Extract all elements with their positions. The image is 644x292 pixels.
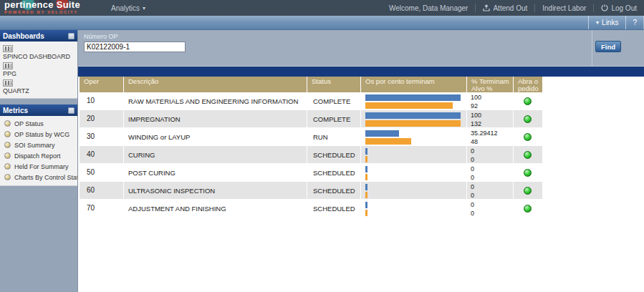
dashboard-item-label: QUARTZ — [3, 87, 75, 94]
target-percent-bar — [365, 210, 367, 216]
column-header: Abra opedido — [514, 77, 541, 92]
open-order-indicator[interactable] — [524, 205, 532, 213]
dashboard-item-label: SPINCO DASHBOARD — [3, 53, 75, 60]
column-header: Descrição — [124, 77, 307, 92]
log-out-icon — [601, 4, 608, 11]
chevron-down-icon: ▾ — [143, 5, 145, 11]
attend-out-icon — [483, 4, 490, 11]
oper-cell: 10 — [80, 92, 124, 110]
collapse-icon[interactable] — [68, 33, 75, 39]
target-value: 48 — [471, 137, 513, 146]
metrics-list: OP StatusOP Status by WCGSOI SummaryDisp… — [0, 116, 77, 186]
table-row[interactable]: 10RAW MATERIALS AND ENGINEERING INFORMAT… — [80, 92, 542, 110]
column-header: Os por cento terminam — [361, 77, 467, 92]
column-header: % TerminamAlvo % — [467, 77, 514, 92]
sidebar-item-dashboard[interactable]: PPG — [0, 61, 77, 78]
sidebar-item-metric[interactable]: Charts By Control Station — [0, 172, 77, 182]
sidebar-item-dashboard[interactable]: QUARTZ — [0, 78, 77, 95]
target-value: 0 — [471, 173, 513, 182]
bar-chart-icon — [3, 45, 13, 52]
operations-table: OperDescriçãoStatusOs por cento terminam… — [80, 77, 542, 218]
progress-bars-cell — [361, 200, 467, 217]
table-row[interactable]: 60ULTRASONIC INSPECTIONSCHEDULED00 — [80, 182, 542, 200]
sidebar-item-metric[interactable]: Dispatch Report — [0, 150, 77, 161]
sidebar-item-metric[interactable]: OP Status by WCG — [0, 129, 77, 140]
status-cell: SCHEDULED — [307, 164, 361, 181]
open-order-indicator[interactable] — [524, 151, 532, 159]
metric-item-label: Held For Summary — [14, 163, 69, 170]
column-header-line: Oper — [84, 78, 123, 85]
open-order-cell — [514, 182, 541, 199]
table-row[interactable]: 20IMPREGNATIONCOMPLETE100132 — [80, 110, 542, 128]
description-cell: CURING — [124, 146, 307, 163]
progress-bars-cell — [361, 164, 467, 181]
search-band: Número OP Find — [78, 30, 644, 67]
bar-chart-icon — [3, 79, 13, 87]
open-order-cell — [514, 128, 541, 145]
menu-analytics[interactable]: Analytics ▾ — [111, 0, 145, 16]
open-order-indicator[interactable] — [524, 187, 532, 195]
log-out-link[interactable]: Log Out — [601, 4, 637, 12]
values-cell: 35.2941248 — [467, 128, 514, 145]
divider — [593, 4, 594, 12]
oper-cell: 20 — [80, 110, 124, 127]
values-cell: 00 — [467, 164, 514, 181]
panel-gap — [0, 99, 77, 104]
open-order-cell — [514, 146, 541, 163]
target-value: 132 — [471, 120, 513, 128]
percent-complete-value: 0 — [471, 200, 513, 209]
collapse-icon[interactable] — [68, 107, 75, 114]
column-header: Status — [307, 77, 361, 92]
dashboards-list: SPINCO DASHBOARDPPGQUARTZ — [0, 42, 77, 99]
target-value: 0 — [471, 209, 513, 218]
target-percent-bar — [365, 138, 411, 145]
open-order-indicator[interactable] — [524, 97, 532, 105]
percent-complete-value: 0 — [471, 165, 513, 173]
attend-out-link[interactable]: Attend Out — [483, 4, 527, 12]
find-button[interactable]: Find — [595, 41, 621, 52]
progress-bars-cell — [361, 92, 467, 110]
logo-title: pertinence Suite — [4, 0, 97, 10]
metrics-panel-header[interactable]: Metrics — [0, 104, 77, 116]
menu-analytics-label: Analytics — [111, 4, 140, 12]
indirect-labor-link[interactable]: Indirect Labor — [542, 4, 586, 12]
status-cell: COMPLETE — [307, 92, 361, 110]
logo[interactable]: pertinence Suite POWERED BY VELOCITY — [4, 0, 97, 16]
links-button[interactable]: ▾ Links — [588, 16, 625, 29]
values-cell: 100132 — [467, 110, 514, 127]
table-row[interactable]: 50POST CURINGSCHEDULED00 — [80, 164, 542, 182]
metrics-panel: Metrics OP StatusOP Status by WCGSOI Sum… — [0, 104, 77, 186]
numero-op-input[interactable] — [84, 42, 186, 52]
help-button[interactable]: ? — [625, 16, 644, 29]
oper-cell: 50 — [80, 164, 124, 181]
sidebar-item-metric[interactable]: Held For Summary — [0, 161, 77, 172]
divider — [475, 4, 476, 12]
open-order-indicator[interactable] — [524, 133, 532, 141]
open-order-cell — [514, 164, 541, 181]
status-cell: COMPLETE — [307, 110, 361, 127]
column-header-line: Os por cento terminam — [365, 78, 466, 85]
open-order-cell — [514, 200, 541, 217]
values-cell: 10092 — [467, 92, 514, 110]
links-bar: ▾ Links ? — [0, 16, 644, 30]
target-value: 0 — [471, 155, 513, 164]
dashboards-panel-header[interactable]: Dashboards — [0, 30, 77, 42]
table-row[interactable]: 40CURINGSCHEDULED00 — [80, 146, 542, 164]
open-order-indicator[interactable] — [524, 115, 532, 123]
table-row[interactable]: 70ADJUSTMENT AND FINISHINGSCHEDULED00 — [80, 200, 542, 218]
sidebar-item-metric[interactable]: OP Status — [0, 118, 77, 129]
progress-bars-cell — [361, 110, 467, 127]
status-cell: SCHEDULED — [307, 200, 361, 217]
percent-complete-bar — [365, 130, 399, 137]
values-cell: 00 — [467, 182, 514, 199]
column-header-line: pedido — [518, 85, 541, 92]
metrics-panel-title: Metrics — [3, 107, 28, 115]
sidebar-item-dashboard[interactable]: SPINCO DASHBOARD — [0, 44, 77, 61]
table-row[interactable]: 30WINDING or LAYUPRUN35.2941248 — [80, 128, 542, 146]
open-order-indicator[interactable] — [524, 169, 532, 177]
percent-complete-bar — [365, 166, 367, 172]
divider — [592, 30, 592, 67]
sidebar-item-metric[interactable]: SOI Summary — [0, 140, 77, 150]
oper-cell: 40 — [80, 146, 124, 163]
progress-bars-cell — [361, 146, 467, 163]
